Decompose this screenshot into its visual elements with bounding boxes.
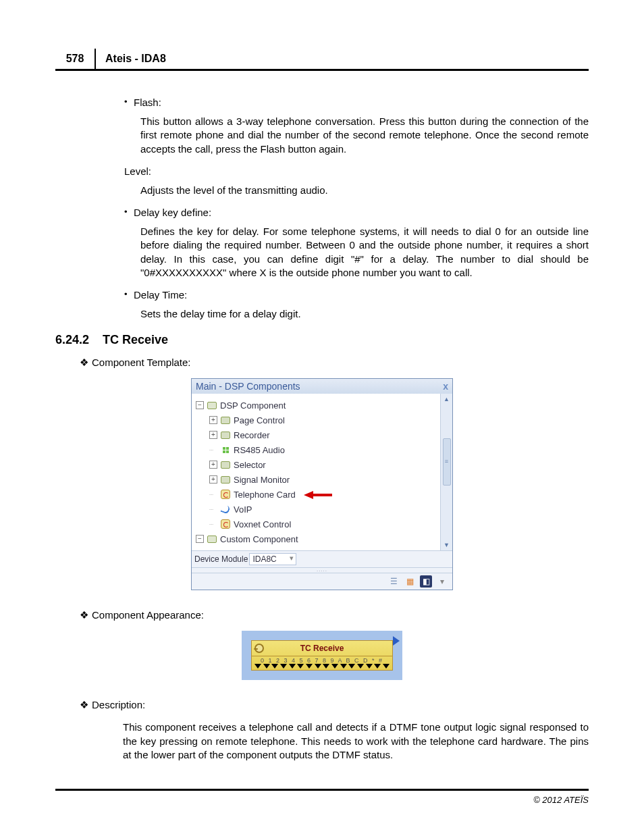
tc-receive-component: TC Receive 0 1 2 3 4 5 6 7 8 9 A B C D *…	[242, 631, 402, 680]
subhead-template: ❖ Component Template:	[80, 357, 589, 369]
page-footer: © 2012 ATEÏS	[55, 789, 589, 805]
section-number: 6.24.2	[55, 333, 103, 347]
component-title: TC Receive	[300, 644, 344, 653]
scroll-up-icon[interactable]: ▲	[441, 394, 452, 405]
tree-item-rs485[interactable]: ┈ RS485 Audio	[194, 442, 439, 457]
document-page: 578 Ateis - IDA8 • Flash: This button al…	[0, 0, 644, 832]
tree-item-label: VoIP	[234, 504, 252, 515]
expand-icon[interactable]: +	[209, 431, 217, 439]
tree-item-voxnet[interactable]: ┈ Voxnet Control	[194, 517, 439, 531]
palette-icon[interactable]: ▦	[404, 575, 416, 588]
bullet-delay-key-label: Delay key define:	[134, 207, 211, 218]
panel-title-text: Main - DSP Components	[196, 381, 300, 392]
dsp-components-panel: Main - DSP Components x − DSP Component …	[191, 378, 453, 590]
bullet-flash: • Flash:	[124, 97, 589, 108]
device-module-dropdown[interactable]: IDA8C	[249, 553, 296, 565]
panel-toolbar: ☰ ▦ ◧ ▾	[192, 573, 452, 590]
panel-close-button[interactable]: x	[443, 381, 448, 392]
subhead-description-label: Description:	[92, 699, 145, 711]
component-handle-icon[interactable]	[254, 644, 264, 653]
tree-scrollbar[interactable]: ▲ ▼	[440, 394, 452, 550]
section-title: TC Receive	[103, 333, 168, 347]
tree-item-selector[interactable]: + Selector	[194, 457, 439, 472]
folder-icon	[220, 429, 231, 440]
level-body: Adjusts the level of the transmitting au…	[140, 184, 589, 197]
tree-item-label: Page Control	[234, 415, 285, 425]
component-output-pins	[252, 664, 392, 670]
tree-item-label: RS485 Audio	[234, 445, 285, 455]
tree-item-label: Recorder	[234, 430, 269, 440]
level-label: Level:	[124, 165, 589, 177]
folder-open-icon	[207, 400, 217, 411]
expand-icon[interactable]: +	[209, 461, 217, 469]
folder-open-icon	[207, 533, 217, 544]
bullet-delay-time: • Delay Time:	[124, 289, 589, 301]
tree-item-label: Signal Monitor	[234, 475, 290, 485]
component-body[interactable]: TC Receive 0 1 2 3 4 5 6 7 8 9 A B C D *…	[251, 640, 393, 671]
page-number: 578	[55, 49, 96, 69]
folder-icon	[220, 474, 231, 485]
section-heading: 6.24.2 TC Receive	[55, 333, 589, 347]
scroll-down-icon[interactable]: ▼	[441, 540, 452, 550]
bullet-delay-key-body: Defines the key for delay. For some tele…	[140, 225, 589, 280]
tree-root-custom[interactable]: − Custom Component	[194, 531, 439, 546]
tree-item-voip[interactable]: ┈ VoIP	[194, 502, 439, 517]
device-module-row: Device Module IDA8C	[192, 550, 452, 567]
component-pin-labels: 0 1 2 3 4 5 6 7 8 9 A B C D * #	[252, 656, 392, 664]
tree-item-label: Telephone Card	[234, 490, 296, 500]
tree-root-label: DSP Component	[220, 400, 286, 411]
voip-icon	[220, 504, 231, 515]
component-tree[interactable]: − DSP Component + Page Control + Recorde…	[192, 394, 440, 550]
tree-item-telephone-card[interactable]: ┈ Telephone Card	[194, 487, 439, 502]
bullet-delay-key: • Delay key define:	[124, 207, 589, 218]
expand-icon[interactable]: +	[209, 416, 217, 424]
component-tool-icon[interactable]: ◧	[420, 575, 432, 588]
tree-item-signal-monitor[interactable]: + Signal Monitor	[194, 472, 439, 487]
expand-icon[interactable]: +	[209, 475, 217, 484]
subhead-template-label: Component Template:	[92, 357, 190, 369]
scroll-thumb[interactable]	[443, 438, 451, 486]
collapse-icon[interactable]: −	[196, 535, 204, 543]
description-body: This component receives a telephone call…	[123, 721, 589, 762]
panel-grip[interactable]: ·····	[192, 567, 452, 573]
folder-icon	[220, 415, 231, 425]
subhead-description: ❖ Description:	[80, 699, 589, 711]
highlight-arrow-icon	[302, 489, 332, 500]
output-arrow-icon	[393, 636, 400, 646]
panel-titlebar[interactable]: Main - DSP Components x	[192, 379, 452, 394]
page-header: 578 Ateis - IDA8	[55, 49, 589, 71]
component-icon	[220, 519, 231, 529]
bullet-delay-time-body: Sets the delay time for a delay digit.	[140, 307, 589, 321]
subhead-appearance-label: Component Appearance:	[92, 609, 204, 621]
tree-root-dsp[interactable]: − DSP Component	[194, 398, 439, 413]
subhead-appearance: ❖ Component Appearance:	[80, 609, 589, 621]
audio-dots-icon	[220, 444, 231, 455]
tree-item-label: Voxnet Control	[234, 519, 291, 529]
bullet-flash-label: Flash:	[134, 97, 161, 108]
tree-item-label: Selector	[234, 460, 266, 470]
tree-root-label: Custom Component	[220, 534, 298, 544]
bullet-delay-time-label: Delay Time:	[134, 289, 187, 301]
document-title: Ateis - IDA8	[96, 49, 166, 69]
folder-icon	[220, 459, 231, 470]
collapse-icon[interactable]: −	[196, 401, 204, 409]
scroll-track[interactable]	[441, 405, 452, 540]
component-icon	[220, 489, 231, 500]
bullet-flash-body: This button allows a 3-way telephone con…	[140, 115, 589, 156]
list-view-icon[interactable]: ☰	[387, 575, 400, 588]
device-module-label: Device Module	[194, 554, 248, 564]
tree-item-page-control[interactable]: + Page Control	[194, 413, 439, 427]
dropdown-caret-icon[interactable]: ▾	[436, 575, 448, 588]
tree-item-recorder[interactable]: + Recorder	[194, 427, 439, 442]
